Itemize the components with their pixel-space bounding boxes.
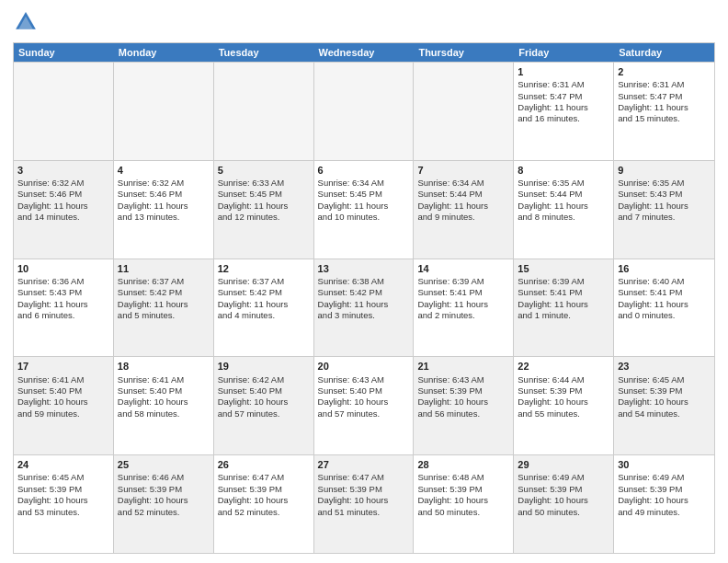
day-info-line-1: Sunset: 5:40 PM	[118, 385, 210, 396]
day-info-line-0: Sunrise: 6:36 AM	[17, 276, 109, 287]
calendar-cell-empty	[14, 63, 114, 160]
day-number: 1	[518, 65, 609, 78]
day-info-line-2: Daylight: 10 hours	[118, 396, 210, 408]
calendar-cell-day-21: 21Sunrise: 6:43 AMSunset: 5:39 PMDayligh…	[414, 357, 514, 454]
day-info-line-2: Daylight: 10 hours	[618, 396, 711, 408]
day-number: 27	[318, 458, 410, 471]
day-info-line-2: Daylight: 11 hours	[618, 299, 711, 310]
day-info-line-1: Sunset: 5:40 PM	[318, 385, 410, 396]
day-info-line-3: and 50 minutes.	[417, 507, 509, 518]
day-number: 22	[518, 360, 609, 373]
day-info-line-1: Sunset: 5:39 PM	[318, 484, 410, 495]
day-info-line-1: Sunset: 5:44 PM	[518, 189, 609, 200]
day-info-line-2: Daylight: 10 hours	[218, 396, 310, 408]
day-info-line-1: Sunset: 5:40 PM	[218, 385, 310, 396]
header-day-wednesday: Wednesday	[314, 43, 415, 62]
calendar-cell-day-29: 29Sunrise: 6:49 AMSunset: 5:39 PMDayligh…	[514, 455, 614, 553]
day-number: 17	[17, 360, 109, 373]
day-info-line-0: Sunrise: 6:48 AM	[417, 472, 509, 483]
day-info-line-2: Daylight: 10 hours	[318, 495, 410, 506]
day-info-line-1: Sunset: 5:47 PM	[518, 91, 609, 102]
calendar-cell-day-2: 2Sunrise: 6:31 AMSunset: 5:47 PMDaylight…	[614, 63, 714, 160]
calendar-row-0: 1Sunrise: 6:31 AMSunset: 5:47 PMDaylight…	[14, 62, 714, 160]
day-number: 7	[417, 164, 509, 177]
calendar-cell-empty	[214, 63, 314, 160]
calendar-cell-day-28: 28Sunrise: 6:48 AMSunset: 5:39 PMDayligh…	[414, 455, 514, 553]
day-info-line-2: Daylight: 11 hours	[417, 201, 509, 212]
day-info-line-0: Sunrise: 6:42 AM	[218, 374, 310, 385]
day-info-line-1: Sunset: 5:39 PM	[417, 484, 509, 495]
calendar-cell-day-7: 7Sunrise: 6:34 AMSunset: 5:44 PMDaylight…	[414, 161, 514, 259]
day-number: 5	[218, 164, 310, 177]
day-info-line-3: and 1 minute.	[518, 310, 609, 321]
day-info-line-2: Daylight: 10 hours	[318, 396, 410, 408]
day-info-line-0: Sunrise: 6:31 AM	[618, 79, 711, 90]
day-info-line-3: and 6 minutes.	[17, 310, 109, 321]
day-info-line-3: and 51 minutes.	[318, 507, 410, 518]
day-number: 29	[518, 458, 609, 471]
day-info-line-0: Sunrise: 6:45 AM	[618, 374, 711, 385]
header-day-thursday: Thursday	[414, 43, 514, 62]
day-info-line-2: Daylight: 11 hours	[618, 201, 711, 212]
calendar-cell-day-12: 12Sunrise: 6:37 AMSunset: 5:42 PMDayligh…	[214, 259, 314, 357]
day-info-line-0: Sunrise: 6:39 AM	[417, 276, 509, 287]
day-info-line-3: and 57 minutes.	[318, 408, 410, 419]
day-info-line-1: Sunset: 5:40 PM	[17, 385, 109, 396]
day-info-line-0: Sunrise: 6:35 AM	[618, 178, 711, 189]
header-day-saturday: Saturday	[614, 43, 714, 62]
day-info-line-3: and 7 minutes.	[618, 212, 711, 223]
day-info-line-2: Daylight: 11 hours	[218, 201, 310, 212]
day-info-line-0: Sunrise: 6:49 AM	[518, 472, 609, 483]
logo	[13, 9, 42, 35]
day-number: 9	[618, 164, 711, 177]
day-info-line-0: Sunrise: 6:47 AM	[218, 472, 310, 483]
day-info-line-3: and 16 minutes.	[518, 113, 609, 124]
calendar-cell-day-9: 9Sunrise: 6:35 AMSunset: 5:43 PMDaylight…	[614, 161, 714, 259]
day-number: 3	[17, 164, 109, 177]
day-info-line-0: Sunrise: 6:41 AM	[118, 374, 210, 385]
day-number: 24	[17, 458, 109, 471]
day-info-line-1: Sunset: 5:41 PM	[618, 287, 711, 298]
day-info-line-2: Daylight: 10 hours	[17, 396, 109, 408]
day-info-line-1: Sunset: 5:39 PM	[618, 484, 711, 495]
day-info-line-3: and 12 minutes.	[218, 212, 310, 223]
calendar-cell-day-3: 3Sunrise: 6:32 AMSunset: 5:46 PMDaylight…	[14, 161, 114, 259]
day-number: 12	[218, 262, 310, 275]
header-day-friday: Friday	[514, 43, 614, 62]
day-info-line-0: Sunrise: 6:49 AM	[618, 472, 711, 483]
day-number: 2	[618, 65, 711, 78]
day-info-line-1: Sunset: 5:39 PM	[518, 385, 609, 396]
calendar-header: SundayMondayTuesdayWednesdayThursdayFrid…	[14, 43, 714, 62]
day-info-line-3: and 57 minutes.	[218, 408, 310, 419]
day-number: 8	[518, 164, 609, 177]
day-info-line-0: Sunrise: 6:34 AM	[417, 178, 509, 189]
day-info-line-1: Sunset: 5:39 PM	[618, 385, 711, 396]
day-number: 20	[318, 360, 410, 373]
day-info-line-0: Sunrise: 6:34 AM	[318, 178, 410, 189]
day-info-line-3: and 53 minutes.	[17, 507, 109, 518]
day-info-line-1: Sunset: 5:39 PM	[417, 385, 509, 396]
day-info-line-3: and 8 minutes.	[518, 212, 609, 223]
day-info-line-1: Sunset: 5:44 PM	[417, 189, 509, 200]
day-info-line-1: Sunset: 5:45 PM	[318, 189, 410, 200]
day-info-line-3: and 52 minutes.	[218, 507, 310, 518]
day-info-line-3: and 56 minutes.	[417, 408, 509, 419]
day-info-line-2: Daylight: 10 hours	[417, 495, 509, 506]
day-number: 4	[118, 164, 210, 177]
day-info-line-2: Daylight: 10 hours	[218, 495, 310, 506]
day-info-line-0: Sunrise: 6:38 AM	[318, 276, 410, 287]
day-number: 21	[417, 360, 509, 373]
day-info-line-0: Sunrise: 6:33 AM	[218, 178, 310, 189]
calendar-cell-day-19: 19Sunrise: 6:42 AMSunset: 5:40 PMDayligh…	[214, 357, 314, 454]
calendar-cell-day-4: 4Sunrise: 6:32 AMSunset: 5:46 PMDaylight…	[114, 161, 214, 259]
calendar-cell-day-14: 14Sunrise: 6:39 AMSunset: 5:41 PMDayligh…	[414, 259, 514, 357]
day-info-line-2: Daylight: 11 hours	[318, 201, 410, 212]
day-info-line-3: and 10 minutes.	[318, 212, 410, 223]
day-info-line-2: Daylight: 10 hours	[417, 396, 509, 408]
day-number: 10	[17, 262, 109, 275]
day-number: 23	[618, 360, 711, 373]
calendar-cell-day-13: 13Sunrise: 6:38 AMSunset: 5:42 PMDayligh…	[314, 259, 415, 357]
day-info-line-0: Sunrise: 6:32 AM	[17, 178, 109, 189]
day-info-line-2: Daylight: 11 hours	[518, 102, 609, 113]
calendar-cell-day-30: 30Sunrise: 6:49 AMSunset: 5:39 PMDayligh…	[614, 455, 714, 553]
